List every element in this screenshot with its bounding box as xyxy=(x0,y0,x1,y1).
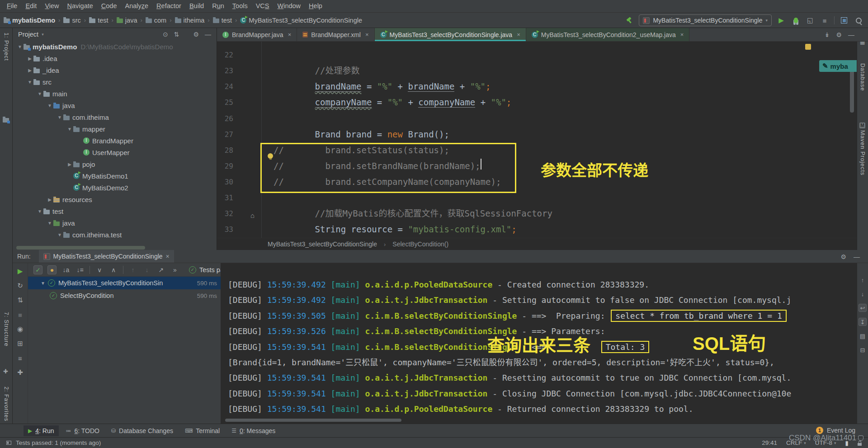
tree-toggle-icon[interactable]: ▶ xyxy=(26,68,33,73)
toolwindow-tab-Terminal[interactable]: ⌨Terminal xyxy=(180,425,224,436)
editor-tab-MyBatisTest3_selectByConditionSingle.java[interactable]: CMyBatisTest3_selectByConditionSingle.ja… xyxy=(375,28,526,41)
stripe-structure-button[interactable]: 7: Structure xyxy=(3,312,9,347)
import-export-button[interactable]: ↗ xyxy=(156,265,165,274)
tree-horizontal-scrollbar[interactable] xyxy=(16,246,145,250)
scroll-to-end-button[interactable]: ↧ xyxy=(859,318,867,326)
tree-toggle-icon[interactable]: ▶ xyxy=(46,197,53,202)
toolwindow-tab-Database Changes[interactable]: ⛁Database Changes xyxy=(107,425,178,436)
sort-by-duration-button[interactable]: ↓≡ xyxy=(75,265,85,274)
more-button[interactable]: » xyxy=(170,265,179,274)
toolwindow-tab-6: TODO[interactable]: ≔6: TODO xyxy=(61,425,104,436)
run-button[interactable]: ▶ xyxy=(776,15,786,25)
menu-help[interactable]: Help xyxy=(305,0,326,12)
breadcrumb-item-src[interactable]: src xyxy=(63,17,80,24)
intention-bulb-icon[interactable] xyxy=(268,153,273,160)
rerun-button[interactable]: ▶ xyxy=(16,267,25,276)
editor-tab-MyBatisTest3_selectByCondition2_useMap.java[interactable]: CMyBatisTest3_selectByCondition2_useMap.… xyxy=(526,28,690,41)
code-line-25[interactable]: 25 companyName = "%" + companyName + "%"… xyxy=(217,94,857,110)
tree-item-_idea[interactable]: ▶_idea xyxy=(13,64,217,76)
stop-run-button[interactable]: ■ xyxy=(16,310,25,319)
print-button[interactable]: ▤ xyxy=(859,332,867,340)
tree-item-com.itheima.test[interactable]: ▼com.itheima.test xyxy=(13,229,217,241)
stripe-maven-button[interactable]: Maven Projects xyxy=(859,130,866,175)
close-icon[interactable]: × xyxy=(166,253,170,260)
test-tree-item-SelectByCondition[interactable]: ✓SelectByCondition590 ms xyxy=(28,289,221,302)
tree-item-mybatisDemo[interactable]: ▼mybatisDemoD:\MyBatisCode\mybatisDemo xyxy=(13,41,217,52)
editor-tab-BrandMapper.xml[interactable]: BrandMapper.xml× xyxy=(297,28,374,41)
tree-item-java[interactable]: ▼java xyxy=(13,99,217,111)
tree-item-java[interactable]: ▼java xyxy=(13,217,217,229)
tree-toggle-icon[interactable]: ▼ xyxy=(26,80,33,85)
menu-vcs[interactable]: VCS xyxy=(252,0,274,12)
menu-file[interactable]: File xyxy=(3,0,21,12)
run-settings-icon[interactable]: ⚙ xyxy=(840,253,846,260)
menu-build[interactable]: Build xyxy=(185,0,208,12)
code-line-26[interactable]: 26 xyxy=(217,111,857,127)
breadcrumb-item-test[interactable]: test xyxy=(89,17,108,24)
breadcrumb-item-mybatisDemo[interactable]: mybatisDemo xyxy=(4,17,55,24)
stripe-project-button[interactable]: 1: Project xyxy=(3,33,9,61)
tree-toggle-icon[interactable]: ▶ xyxy=(26,56,33,61)
search-everywhere-button[interactable] xyxy=(854,15,863,25)
soft-wrap-button[interactable]: ↩ xyxy=(859,304,867,312)
bookmark-icon[interactable]: ⌂ xyxy=(250,212,255,219)
test-history-button[interactable]: ≡ xyxy=(16,354,25,363)
breadcrumb-item-itheima[interactable]: itheima xyxy=(175,17,205,24)
console-horizontal-scrollbar[interactable] xyxy=(225,419,401,422)
menu-tools[interactable]: Tools xyxy=(228,0,252,12)
code-line-22[interactable]: 22 xyxy=(217,47,857,63)
collapse-all-icon[interactable]: ⇅ xyxy=(174,31,179,38)
menu-run[interactable]: Run xyxy=(208,0,228,12)
hide-run-icon[interactable]: — xyxy=(854,253,860,260)
tree-item-pojo[interactable]: ▶pojo xyxy=(13,158,217,170)
previous-failed-button[interactable]: ↑ xyxy=(128,265,137,274)
stop-button[interactable]: ■ xyxy=(820,15,830,25)
code-line-24[interactable]: 24 brandName = "%" + brandName + "%"; xyxy=(217,79,857,94)
breadcrumb-item-MyBatisTest3_selectByConditionSingle[interactable]: CMyBatisTest3_selectByConditionSingle xyxy=(240,17,362,24)
collapse-all-button[interactable]: ∧ xyxy=(109,265,118,274)
tree-item-com.itheima[interactable]: ▼com.itheima xyxy=(13,111,217,123)
tree-item-.idea[interactable]: ▶.idea xyxy=(13,52,217,64)
hide-editor-icon[interactable]: — xyxy=(848,31,854,38)
toggle-tool-windows-icon[interactable] xyxy=(6,441,11,445)
menu-window[interactable]: Window xyxy=(274,0,305,12)
close-icon[interactable]: × xyxy=(288,31,292,38)
menu-edit[interactable]: Edit xyxy=(21,0,41,12)
hidden-tabs-icon[interactable]: ↡ xyxy=(825,31,830,38)
close-icon[interactable]: × xyxy=(680,31,684,38)
expand-all-button[interactable]: ∨ xyxy=(95,265,104,274)
toolwindow-tab-4: Run[interactable]: ▶4: Run xyxy=(24,425,59,436)
settings-icon[interactable]: ⚙ xyxy=(193,31,199,38)
breadcrumb-item-java[interactable]: java xyxy=(117,17,137,24)
tree-item-main[interactable]: ▼main xyxy=(13,88,217,99)
pin-tab-button[interactable]: ✚ xyxy=(16,368,25,377)
locate-icon[interactable]: ⊙ xyxy=(163,31,168,38)
code-line-23[interactable]: 23 //处理参数 xyxy=(217,63,857,79)
stripe-database-button[interactable]: Database xyxy=(859,63,866,91)
breadcrumb-method[interactable]: SelectByCondition() xyxy=(392,241,448,248)
tree-toggle-icon[interactable]: ▼ xyxy=(16,44,24,49)
project-structure-button[interactable] xyxy=(839,15,849,25)
hide-icon[interactable]: — xyxy=(205,31,211,38)
coverage-button[interactable]: ◱ xyxy=(805,15,815,25)
run-tab[interactable]: MyBatisTest3_selectByConditionSingle × xyxy=(39,250,174,263)
tree-toggle-icon[interactable]: ▼ xyxy=(56,232,63,237)
close-icon[interactable]: × xyxy=(517,31,520,38)
tree-item-src[interactable]: ▼src xyxy=(13,76,217,88)
caret-position[interactable]: 29:41 xyxy=(762,439,777,446)
tree-item-BrandMapper[interactable]: IBrandMapper xyxy=(13,135,217,146)
tree-item-mapper[interactable]: ▼mapper xyxy=(13,123,217,135)
pin-icon[interactable]: ✚ xyxy=(3,368,8,375)
editor-tab-BrandMapper.java[interactable]: IBrandMapper.java× xyxy=(217,28,297,41)
tree-toggle-icon[interactable]: ▼ xyxy=(56,115,63,120)
tree-toggle-icon[interactable]: ▼ xyxy=(41,281,45,286)
rerun-failed-button[interactable]: ↻ xyxy=(16,281,25,290)
tree-toggle-icon[interactable]: ▼ xyxy=(36,91,43,96)
menu-code[interactable]: Code xyxy=(97,0,121,12)
scroll-up-icon[interactable]: ↑ xyxy=(859,276,867,284)
toolwindow-tab-0: Messages[interactable]: ☰0: Messages xyxy=(227,425,280,436)
menu-navigate[interactable]: Navigate xyxy=(63,0,97,12)
toggle-auto-test-button[interactable]: ⇅ xyxy=(16,296,25,305)
show-ignored-button[interactable]: ● xyxy=(47,265,57,274)
build-button[interactable] xyxy=(624,15,634,25)
